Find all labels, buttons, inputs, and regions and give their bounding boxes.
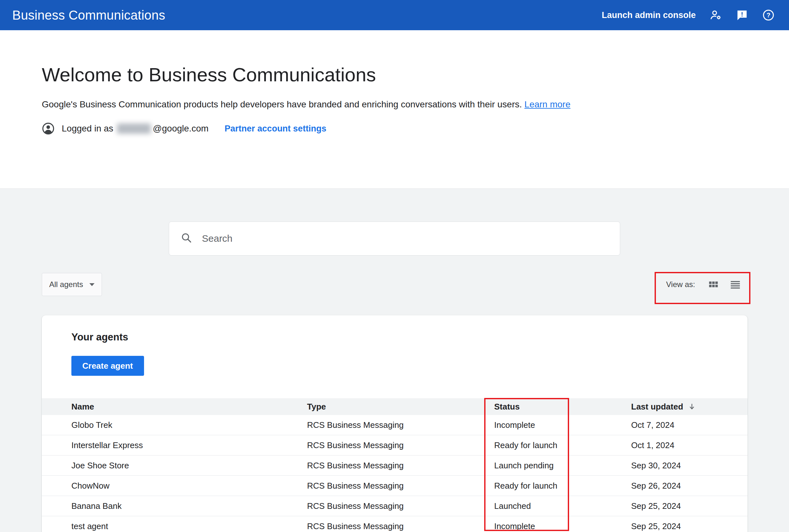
agent-type: RCS Business Messaging xyxy=(307,420,494,430)
view-as-toggle: View as: xyxy=(666,273,741,296)
logged-in-row: Logged in as @google.com Partner account… xyxy=(42,122,789,135)
redacted-username xyxy=(117,124,151,134)
column-header-status[interactable]: Status xyxy=(494,402,631,412)
agent-status: Ready for launch xyxy=(494,440,631,450)
agent-name: Joe Shoe Store xyxy=(42,461,307,471)
agent-type: RCS Business Messaging xyxy=(307,481,494,491)
filter-row: All agents View as: xyxy=(0,273,789,296)
logged-in-domain: @google.com xyxy=(153,124,208,134)
table-row[interactable]: ChowNow RCS Business Messaging Ready for… xyxy=(42,476,748,496)
chevron-down-icon xyxy=(89,283,95,286)
your-agents-card: Your agents Create agent Name Type Statu… xyxy=(42,315,748,532)
agent-name: Banana Bank xyxy=(42,501,307,511)
view-as-label: View as: xyxy=(666,280,695,289)
table-row[interactable]: Banana Bank RCS Business Messaging Launc… xyxy=(42,496,748,516)
all-agents-label: All agents xyxy=(49,280,83,289)
agent-status: Launch pending xyxy=(494,461,631,471)
agent-updated: Oct 7, 2024 xyxy=(631,420,748,430)
table-header-row: Name Type Status Last updated xyxy=(42,398,748,415)
logged-in-prefix: Logged in as xyxy=(62,124,113,134)
workspace: All agents View as: xyxy=(0,188,789,532)
table-row[interactable]: Globo Trek RCS Business Messaging Incomp… xyxy=(42,415,748,435)
page-title: Welcome to Business Communications xyxy=(42,64,789,86)
partner-account-settings-link[interactable]: Partner account settings xyxy=(225,124,327,134)
manage-accounts-icon[interactable] xyxy=(709,9,722,21)
table-row[interactable]: test agent RCS Business Messaging Incomp… xyxy=(42,516,748,532)
agent-status: Ready for launch xyxy=(494,481,631,491)
agent-name: ChowNow xyxy=(42,481,307,491)
table-row[interactable]: Joe Shoe Store RCS Business Messaging La… xyxy=(42,456,748,476)
search-input[interactable] xyxy=(201,233,608,244)
card-title: Your agents xyxy=(71,331,748,343)
agent-status: Incomplete xyxy=(494,521,631,531)
sort-descending-icon xyxy=(688,402,696,411)
welcome-description-text: Google's Business Communication products… xyxy=(42,99,522,109)
column-header-name[interactable]: Name xyxy=(42,402,307,412)
app-title: Business Communications xyxy=(12,8,165,22)
feedback-icon[interactable] xyxy=(736,9,749,21)
create-agent-button[interactable]: Create agent xyxy=(71,356,144,376)
list-view-icon[interactable] xyxy=(730,279,741,290)
help-icon[interactable]: ? xyxy=(762,9,775,21)
agent-updated: Oct 1, 2024 xyxy=(631,440,748,450)
search-icon xyxy=(181,232,192,245)
table-row[interactable]: Interstellar Express RCS Business Messag… xyxy=(42,435,748,456)
column-header-type[interactable]: Type xyxy=(307,402,494,412)
welcome-description: Google's Business Communication products… xyxy=(42,99,789,110)
agent-updated: Sep 26, 2024 xyxy=(631,481,748,491)
grid-view-icon[interactable] xyxy=(708,279,719,290)
agent-status: Incomplete xyxy=(494,420,631,430)
page: Business Communications Launch admin con… xyxy=(0,0,789,532)
agent-name: Globo Trek xyxy=(42,420,307,430)
account-circle-icon xyxy=(42,122,55,135)
agent-status: Launched xyxy=(494,501,631,511)
agents-table: Name Type Status Last updated xyxy=(42,398,748,532)
agent-updated: Sep 25, 2024 xyxy=(631,521,748,531)
agent-name: test agent xyxy=(42,521,307,531)
search-bar xyxy=(169,222,620,255)
learn-more-link[interactable]: Learn more xyxy=(524,99,570,109)
agent-name: Interstellar Express xyxy=(42,440,307,450)
agent-type: RCS Business Messaging xyxy=(307,461,494,471)
app-bar-actions: Launch admin console xyxy=(602,9,775,21)
agent-type: RCS Business Messaging xyxy=(307,521,494,531)
launch-admin-console-link[interactable]: Launch admin console xyxy=(602,10,696,20)
svg-text:?: ? xyxy=(767,12,770,19)
app-bar: Business Communications Launch admin con… xyxy=(0,0,789,30)
agent-type: RCS Business Messaging xyxy=(307,501,494,511)
all-agents-dropdown[interactable]: All agents xyxy=(42,273,102,296)
agent-updated: Sep 25, 2024 xyxy=(631,501,748,511)
welcome-section: Welcome to Business Communications Googl… xyxy=(0,30,789,188)
agent-type: RCS Business Messaging xyxy=(307,440,494,450)
column-header-last-updated[interactable]: Last updated xyxy=(631,402,748,412)
agent-updated: Sep 30, 2024 xyxy=(631,461,748,471)
